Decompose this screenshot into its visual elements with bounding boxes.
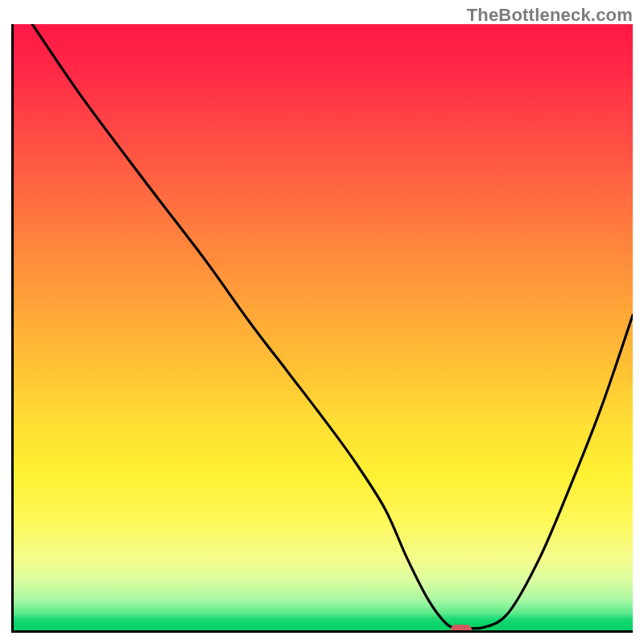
chart-container: TheBottleneck.com [0,0,644,644]
optimal-marker [451,625,472,633]
plot-area [11,24,633,633]
watermark-text: TheBottleneck.com [467,5,633,26]
curve-layer [14,24,633,630]
bottleneck-curve [32,24,633,629]
